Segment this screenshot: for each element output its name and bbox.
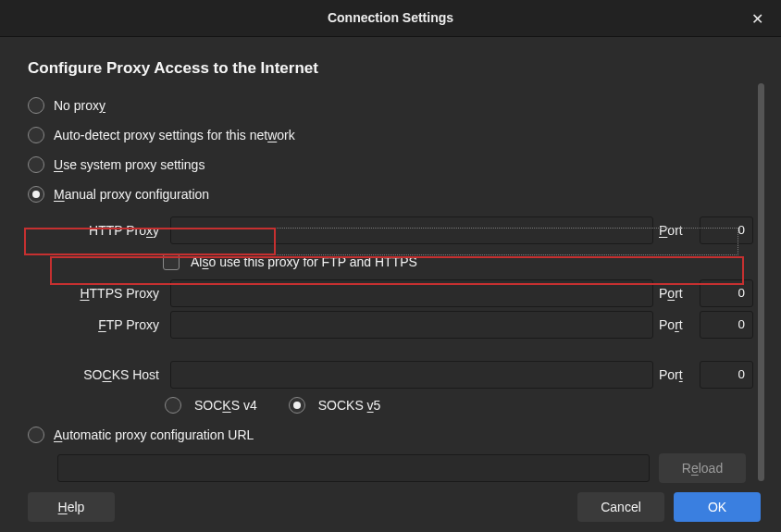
ftp-proxy-label: FTP Proxy	[54, 317, 165, 332]
radio-icon[interactable]	[28, 97, 44, 114]
window-title: Connection Settings	[328, 10, 453, 25]
ftp-proxy-host-input[interactable]	[170, 311, 653, 339]
cancel-button[interactable]: Cancel	[577, 492, 664, 522]
ok-button[interactable]: OK	[674, 492, 761, 522]
vertical-scrollbar[interactable]	[758, 83, 764, 481]
radio-label: Use system proxy settings	[54, 157, 205, 172]
connection-settings-dialog: Connection Settings ✕ Configure Proxy Ac…	[0, 0, 781, 532]
checkbox-label: Also use this proxy for FTP and HTTPS	[191, 254, 417, 269]
dialog-button-bar: Help Cancel OK	[0, 483, 781, 532]
radio-icon[interactable]	[28, 127, 44, 143]
proxy-mode-manual[interactable]: Manual proxy configuration	[28, 179, 753, 209]
socks-host-label: SOCKS Host	[54, 367, 165, 382]
http-proxy-label: HTTP Proxy	[54, 223, 165, 238]
http-proxy-row: HTTP Proxy Port	[54, 215, 753, 246]
radio-label: Auto-detect proxy settings for this netw…	[54, 128, 295, 142]
socks-port-label: Port	[659, 367, 694, 382]
http-proxy-host-input[interactable]	[170, 217, 653, 244]
ftp-proxy-port-input[interactable]	[700, 311, 753, 339]
radio-label: Automatic proxy configuration URL	[54, 427, 254, 442]
socks-host-row: SOCKS Host Port	[54, 359, 753, 390]
socks-v5-radio[interactable]	[289, 397, 305, 414]
radio-label: No proxy	[54, 98, 105, 113]
http-proxy-port-label: Port	[659, 223, 694, 238]
socks-host-input[interactable]	[170, 361, 653, 389]
checkbox-icon[interactable]	[163, 254, 180, 270]
proxy-mode-no-proxy[interactable]: No proxy	[28, 91, 753, 120]
also-use-proxy-row[interactable]: Also use this proxy for FTP and HTTPS	[54, 246, 753, 278]
socks-port-input[interactable]	[700, 361, 753, 389]
socks-v4-radio[interactable]	[165, 397, 181, 414]
close-icon[interactable]: ✕	[744, 0, 770, 37]
help-button[interactable]: Help	[28, 492, 115, 522]
https-proxy-port-label: Port	[659, 286, 694, 301]
http-proxy-port-input[interactable]	[700, 217, 753, 244]
https-proxy-host-input[interactable]	[170, 279, 653, 307]
auto-config-url-input	[57, 454, 650, 482]
reload-button[interactable]: Reload	[659, 453, 746, 483]
ftp-proxy-row: FTP Proxy Port	[54, 309, 753, 340]
auto-config-url-row: Reload	[28, 453, 753, 483]
socks-v4-label: SOCKS v4	[194, 398, 257, 413]
dialog-content: Configure Proxy Access to the Internet N…	[0, 37, 781, 483]
https-proxy-label: HTTPS Proxy	[54, 286, 165, 301]
radio-label: Manual proxy configuration	[54, 187, 209, 202]
section-heading: Configure Proxy Access to the Internet	[28, 59, 753, 78]
proxy-mode-auto-detect[interactable]: Auto-detect proxy settings for this netw…	[28, 120, 753, 150]
radio-icon[interactable]	[28, 156, 44, 173]
ftp-proxy-port-label: Port	[659, 317, 694, 332]
socks-v5-label: SOCKS v5	[318, 398, 381, 413]
radio-icon[interactable]	[28, 186, 44, 203]
proxy-mode-system[interactable]: Use system proxy settings	[28, 150, 753, 179]
socks-version-row: SOCKS v4 SOCKS v5	[54, 390, 753, 420]
manual-proxy-fields: HTTP Proxy Port Also use this proxy for …	[28, 215, 753, 420]
https-proxy-port-input[interactable]	[700, 279, 753, 307]
https-proxy-row: HTTPS Proxy Port	[54, 278, 753, 309]
proxy-mode-auto-url[interactable]: Automatic proxy configuration URL	[28, 420, 753, 450]
titlebar: Connection Settings ✕	[0, 0, 781, 37]
radio-icon[interactable]	[28, 427, 44, 443]
